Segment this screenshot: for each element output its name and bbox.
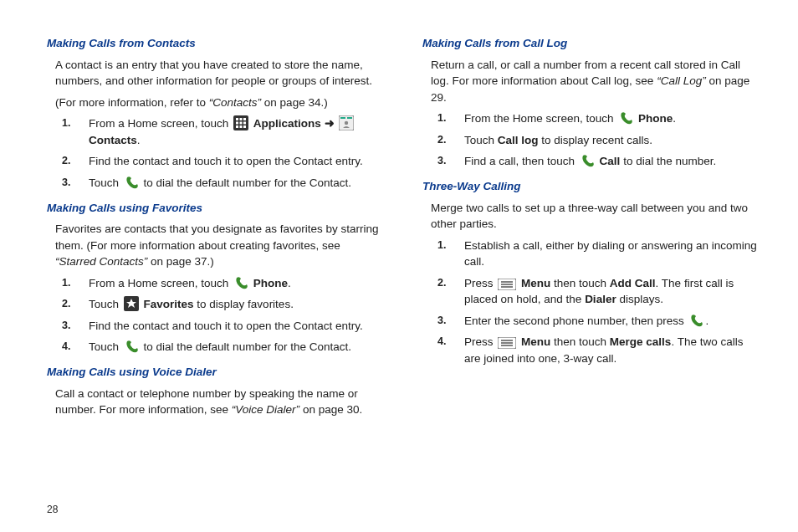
svg-rect-11 (340, 117, 345, 119)
text: on page 30. (299, 403, 362, 416)
step: 1. From a Home screen, touch Phone. (84, 275, 382, 292)
step-number: 4. (62, 339, 70, 354)
step-number: 1. (437, 110, 446, 125)
text: . (673, 112, 676, 125)
phone-icon (124, 339, 139, 354)
text: Touch (89, 176, 122, 189)
contacts-label: Contacts (89, 134, 137, 146)
step: 3. Enter the second phone number, then p… (459, 313, 758, 330)
text: From a Home screen, touch (89, 277, 232, 289)
step-number: 1. (62, 115, 70, 130)
phone-icon (124, 175, 139, 190)
svg-rect-3 (243, 118, 246, 120)
text: . (705, 315, 708, 327)
steps-list: 1. From a Home screen, touch Application… (47, 115, 382, 191)
text: to dial the number. (620, 155, 716, 167)
dialer-label: Dialer (585, 293, 616, 305)
text: From the Home screen, touch (464, 112, 616, 125)
text: on page 37.) (147, 255, 214, 268)
paragraph: Favorites are contacts that you designat… (55, 221, 382, 270)
step: 4. Touch to dial the default number for … (84, 339, 382, 356)
text: . (137, 134, 141, 146)
svg-point-13 (345, 121, 348, 125)
phone-icon (233, 275, 248, 290)
svg-rect-8 (240, 125, 243, 128)
steps-list: 1. From the Home screen, touch Phone. 2.… (422, 110, 758, 170)
phone-icon (688, 313, 703, 328)
text: Press (464, 277, 496, 289)
steps-list: 1. Establish a call, either by dialing o… (422, 238, 758, 367)
page-number: 28 (47, 504, 58, 515)
text: displays. (616, 293, 663, 305)
text: . (288, 277, 291, 289)
text: then touch (550, 335, 610, 348)
text: on page 34.) (261, 96, 328, 109)
text: From a Home screen, touch (89, 117, 232, 130)
text: Find the contact and touch it to open th… (89, 320, 363, 332)
reference: “Voice Dialer” (232, 403, 299, 416)
svg-rect-4 (236, 122, 238, 125)
paragraph: Call a contact or telephone number by sp… (55, 386, 382, 418)
step-number: 3. (62, 175, 70, 190)
text: Touch (89, 298, 122, 310)
text: Find the contact and touch it to open th… (89, 155, 363, 167)
svg-rect-6 (243, 122, 246, 125)
step-number: 2. (437, 132, 446, 147)
paragraph: A contact is an entry that you have crea… (55, 57, 382, 90)
menu-icon (498, 337, 516, 349)
svg-rect-2 (240, 118, 243, 120)
svg-rect-12 (347, 117, 352, 119)
contacts-icon (339, 115, 354, 130)
page: Making Calls from Contacts A contact is … (0, 0, 798, 532)
svg-rect-1 (236, 118, 238, 120)
phone-icon (580, 153, 595, 168)
phone-label: Phone (253, 277, 288, 289)
heading-contacts: Making Calls from Contacts (47, 35, 382, 52)
text: to display favorites. (194, 298, 294, 310)
step: 1. Establish a call, either by dialing o… (459, 238, 758, 270)
reference: “Contacts” (209, 96, 261, 109)
text: Establish a call, either by dialing or a… (464, 239, 757, 269)
menu-label: Menu (521, 277, 550, 289)
text: then touch (550, 277, 610, 289)
text: Find a call, then touch (464, 155, 578, 167)
heading-three-way: Three-Way Calling (422, 178, 758, 195)
svg-rect-9 (243, 125, 246, 128)
step-number: 2. (62, 153, 70, 168)
step: 2. Touch Favorites to display favorites. (84, 296, 382, 313)
text: Press (464, 335, 496, 348)
favorites-label: Favorites (144, 298, 194, 310)
merge-calls-label: Merge calls (610, 335, 672, 348)
call-label: Call (600, 155, 621, 167)
arrow: ➜ (321, 117, 338, 130)
text: Touch (89, 340, 122, 353)
steps-list: 1. From a Home screen, touch Phone. 2. T… (47, 275, 382, 356)
step: 3. Find the contact and touch it to open… (84, 318, 382, 335)
step: 1. From the Home screen, touch Phone. (459, 110, 758, 127)
favorites-icon (124, 296, 139, 311)
step: 2. Find the contact and touch it to open… (84, 153, 382, 170)
step: 2. Touch Call log to display recent call… (459, 132, 758, 149)
step: 3. Touch to dial the default number for … (84, 175, 382, 192)
reference: “Starred Contacts” (55, 255, 147, 268)
call-log-label: Call log (498, 134, 539, 146)
applications-icon (233, 115, 248, 130)
step-number: 3. (62, 318, 70, 333)
left-column: Making Calls from Contacts A contact is … (47, 30, 382, 517)
menu-label: Menu (521, 335, 550, 348)
step-number: 2. (437, 275, 446, 290)
paragraph: Return a call, or call a number from a r… (431, 57, 758, 106)
heading-voice-dialer: Making Calls using Voice Dialer (47, 364, 382, 381)
step: 3. Find a call, then touch Call to dial … (459, 153, 758, 170)
svg-rect-5 (240, 122, 243, 125)
step: 4. Press Menu then touch Merge calls. Th… (459, 334, 758, 366)
text: to dial the default number for the Conta… (144, 176, 351, 189)
reference: “Call Log” (657, 74, 706, 87)
phone-label: Phone (638, 112, 673, 125)
step-number: 1. (62, 275, 70, 290)
text: Enter the second phone number, then pres… (464, 315, 687, 327)
right-column: Making Calls from Call Log Return a call… (422, 30, 758, 517)
phone-icon (618, 110, 633, 125)
step-number: 3. (437, 153, 446, 168)
step-number: 3. (437, 313, 446, 328)
